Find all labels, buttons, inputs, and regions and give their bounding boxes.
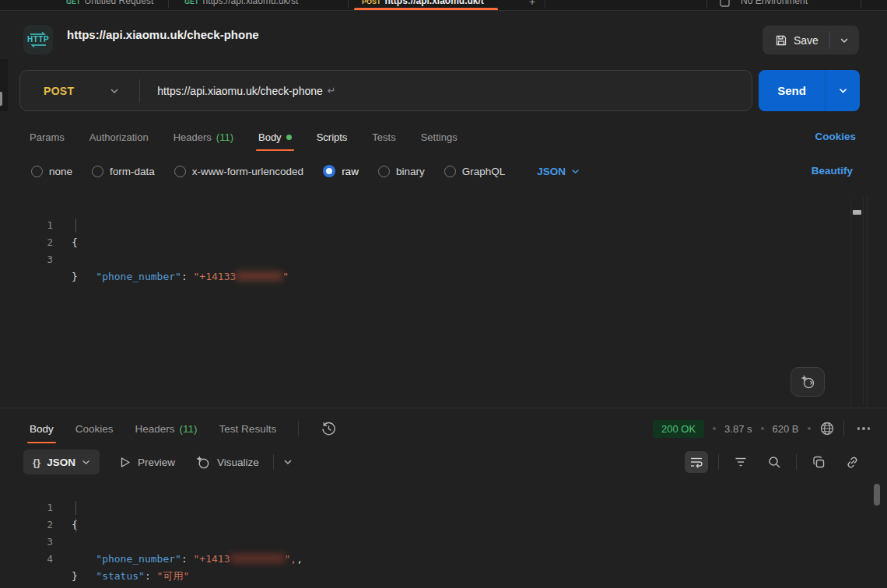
indent-guide	[75, 219, 76, 233]
body-language-dropdown[interactable]: JSON	[537, 166, 580, 177]
search-response-button[interactable]	[763, 451, 786, 473]
dot-separator	[761, 427, 764, 430]
scrollbar-thumb[interactable]	[853, 210, 861, 215]
mode-x-www-form-urlencoded[interactable]: x-www-form-urlencoded	[174, 166, 303, 177]
indent-guide	[75, 518, 76, 532]
json-value: "+14133	[194, 271, 237, 282]
radio-icon	[92, 166, 103, 177]
tab-method-get: GET	[66, 0, 81, 5]
response-size[interactable]: 620 B	[773, 423, 799, 435]
response-tab-cookies[interactable]: Cookies	[75, 414, 114, 443]
tab-scripts[interactable]: Scripts	[317, 122, 348, 152]
response-history-button[interactable]	[321, 421, 337, 437]
code-line: 2 "phone_number": "+14133"	[19, 217, 834, 234]
environment-selector[interactable]: No Environment	[741, 0, 808, 6]
response-tab-body[interactable]: Body	[30, 414, 54, 443]
cookies-link[interactable]: Cookies	[815, 122, 856, 152]
filter-icon	[734, 457, 747, 467]
radio-icon	[378, 166, 390, 177]
json-key: "phone_number"	[96, 553, 181, 565]
response-section-divider	[0, 408, 887, 408]
method-selector-button[interactable]	[110, 88, 119, 94]
topbar-divider	[706, 0, 707, 8]
more-actions-button[interactable]	[853, 427, 875, 430]
response-meta: 200 OK 3.87 s 620 B	[653, 414, 875, 443]
mode-raw[interactable]: raw	[323, 165, 359, 177]
beautify-link[interactable]: Beautify	[812, 157, 853, 185]
response-scrollbar-thumb[interactable]	[874, 484, 880, 506]
radio-icon	[31, 166, 43, 177]
sparkle-circle-icon	[800, 374, 815, 390]
send-options-button[interactable]	[826, 70, 860, 111]
request-title: https://api.xiaomu.uk/check-phone	[67, 11, 259, 59]
send-split-button: Send	[759, 70, 860, 111]
tab-request-active[interactable]: POSThttps://api.xiaomu.uk/t	[362, 0, 484, 6]
method-url-divider	[139, 79, 140, 103]
mode-binary[interactable]: binary	[378, 166, 425, 177]
tab-authorization[interactable]: Authorization	[89, 122, 149, 152]
tab-divider	[348, 0, 349, 8]
chevron-down-icon[interactable]	[283, 459, 293, 465]
mode-form-data[interactable]: form-data	[92, 166, 155, 177]
radio-icon	[444, 166, 456, 177]
save-icon	[775, 34, 787, 47]
chevron-down-icon	[571, 169, 580, 174]
response-toolbar: {} JSON Preview Visualize	[23, 449, 864, 475]
request-tabs: Params Authorization Headers(11) Body Sc…	[30, 122, 859, 152]
code-line: 1 {	[19, 200, 834, 217]
share-link-button[interactable]	[840, 451, 864, 473]
tab-params[interactable]: Params	[30, 122, 65, 152]
mode-none[interactable]: none	[31, 166, 72, 177]
filter-button[interactable]	[729, 451, 752, 473]
response-time[interactable]: 3.87 s	[724, 423, 752, 435]
dot-separator	[713, 427, 716, 430]
dot-separator	[808, 427, 811, 430]
new-tab-button[interactable]: +	[529, 0, 535, 8]
response-tab-test-results[interactable]: Test Results	[219, 414, 277, 443]
divider	[843, 421, 844, 436]
editor-right-border	[867, 194, 868, 408]
json-key: "status"	[96, 570, 145, 582]
response-body-editor[interactable]: 1 { 2 "phone_number": "+1413",, 3 "statu…	[19, 482, 865, 588]
network-globe-icon[interactable]	[819, 421, 835, 436]
preview-button[interactable]: Preview	[120, 457, 175, 468]
send-button[interactable]: Send	[759, 70, 825, 111]
save-button[interactable]: Save	[763, 26, 829, 54]
save-split-button: Save	[763, 26, 859, 54]
request-body-editor[interactable]: 1 { 2 "phone_number": "+14133" 3 }	[19, 194, 865, 408]
search-icon	[768, 456, 781, 469]
tab-untitled-request[interactable]: GETUntitled Request	[66, 0, 153, 6]
radio-icon	[174, 166, 186, 177]
body-mode-row: none form-data x-www-form-urlencoded raw…	[31, 157, 859, 185]
response-right-tools	[685, 451, 864, 473]
divider	[298, 421, 299, 436]
json-key: "phone_number"	[96, 271, 181, 282]
environment-box-icon[interactable]	[720, 0, 731, 8]
sparkle-circle-icon	[195, 455, 210, 470]
editor-scrollbar[interactable]	[850, 198, 864, 404]
active-tab-underline	[354, 8, 498, 10]
chevron-down-icon	[82, 460, 90, 465]
arrow-left-icon	[28, 44, 48, 48]
method-selector-value[interactable]: POST	[44, 85, 74, 97]
chevron-down-icon	[110, 88, 119, 94]
redacted-phone-digits	[236, 271, 282, 281]
tab-settings[interactable]: Settings	[421, 122, 458, 152]
status-badge[interactable]: 200 OK	[653, 420, 704, 438]
braces-icon: {}	[33, 457, 40, 468]
response-tab-headers[interactable]: Headers(11)	[135, 414, 198, 443]
tab-tests[interactable]: Tests	[372, 122, 395, 152]
response-format-dropdown[interactable]: {} JSON	[23, 450, 100, 474]
tab-headers[interactable]: Headers(11)	[174, 122, 233, 152]
word-wrap-toggle[interactable]	[685, 451, 708, 473]
tab-request-2[interactable]: GEThttps://api.xiaomu.uk/st	[184, 0, 298, 6]
url-return-glyph: ↵	[328, 85, 336, 96]
tab-body[interactable]: Body	[258, 122, 292, 152]
copy-response-button[interactable]	[807, 451, 830, 473]
visualize-button[interactable]: Visualize	[195, 455, 259, 470]
postbot-ai-button[interactable]	[791, 367, 825, 397]
save-options-button[interactable]	[830, 26, 858, 54]
mode-graphql[interactable]: GraphQL	[444, 166, 506, 177]
copy-icon	[812, 456, 826, 469]
url-input[interactable]: https://api.xiaomu.uk/check-phone	[157, 85, 322, 97]
